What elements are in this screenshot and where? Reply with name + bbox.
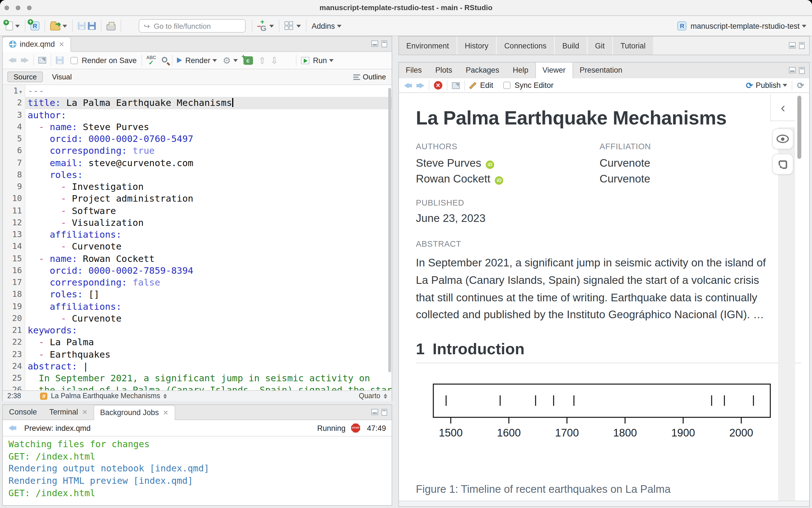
- stop-job-icon[interactable]: STOP: [351, 424, 360, 432]
- tab-index-qmd[interactable]: index.qmd✕: [2, 37, 71, 52]
- tab-tutorial[interactable]: Tutorial: [613, 37, 653, 55]
- save-all-icon: [88, 22, 96, 30]
- tab-git[interactable]: Git: [588, 37, 612, 55]
- editor-tab-strip: index.qmd✕: [3, 37, 392, 52]
- tab-presentation[interactable]: Presentation: [573, 62, 629, 78]
- code-line: email: steve@curvenote.com: [28, 157, 392, 169]
- addins-button[interactable]: Addins: [311, 18, 343, 33]
- minimize-console-icon[interactable]: [371, 409, 378, 415]
- line-number: 21: [3, 325, 25, 337]
- breadcrumb[interactable]: La Palma Earthquake Mechanisms: [51, 392, 160, 400]
- tab-history[interactable]: History: [457, 37, 496, 55]
- tab-help[interactable]: Help: [506, 62, 535, 78]
- spellcheck-icon[interactable]: ABC✓: [146, 56, 156, 65]
- viewer-forward-icon[interactable]: [416, 83, 424, 88]
- tab-environment[interactable]: Environment: [399, 37, 456, 55]
- tab-files[interactable]: Files: [399, 62, 429, 78]
- close-jobs-icon[interactable]: ✕: [163, 405, 168, 420]
- open-file-button[interactable]: ➔: [49, 18, 68, 33]
- save-icon: [78, 22, 86, 30]
- gear-icon[interactable]: ⚙: [222, 55, 231, 66]
- goto-file-input[interactable]: ↪Go to file/function: [138, 19, 246, 33]
- job-back-icon[interactable]: [8, 425, 16, 431]
- forward-icon[interactable]: [21, 57, 29, 63]
- maximize-console-icon[interactable]: [381, 409, 387, 416]
- line-number: 4: [3, 121, 25, 133]
- margin-sidebar: [778, 127, 795, 501]
- source-mode-button[interactable]: Source: [7, 72, 43, 82]
- code-editor[interactable]: 1▼23456789101112131415161718192021222324…: [3, 85, 392, 390]
- toc-collapse-button[interactable]: ‹: [770, 94, 795, 121]
- tab-connections[interactable]: Connections: [497, 37, 554, 55]
- code-line: - Investigation: [28, 181, 392, 193]
- section-selector-icon: [163, 393, 167, 398]
- goto-icon: ↪: [144, 22, 150, 30]
- insert-chunk-icon[interactable]: c: [243, 56, 253, 65]
- restore-env-icon[interactable]: [789, 42, 796, 48]
- back-icon[interactable]: [8, 57, 16, 63]
- author-name: Steve Purves: [416, 157, 481, 169]
- job-elapsed: 47:49: [367, 424, 386, 432]
- edit-button[interactable]: Edit: [480, 81, 493, 90]
- project-menu-button[interactable]: Rmanuscript-template-rstudio-test: [677, 18, 808, 33]
- minimize-viewer-icon[interactable]: [789, 67, 796, 73]
- visual-mode-button[interactable]: Visual: [46, 72, 77, 82]
- next-chunk-icon[interactable]: ⇩: [271, 55, 278, 66]
- print-button[interactable]: [106, 18, 117, 33]
- viewer-stop-icon[interactable]: ✕: [434, 81, 442, 90]
- tab-build[interactable]: Build: [555, 37, 586, 55]
- close-tab-icon[interactable]: ✕: [59, 37, 65, 51]
- tab-terminal[interactable]: Terminal✕: [43, 405, 94, 420]
- language-mode-selector[interactable]: Quarto: [359, 392, 387, 400]
- save-file-icon[interactable]: [56, 56, 64, 64]
- workspace-panes-button[interactable]: [283, 18, 302, 33]
- author-affiliation: Curvenote: [600, 172, 650, 185]
- save-all-button[interactable]: [87, 18, 97, 33]
- orcid-icon[interactable]: iD: [495, 176, 503, 185]
- run-button[interactable]: Run: [313, 56, 327, 65]
- job-log[interactable]: Watching files for changesGET: /index.ht…: [3, 436, 392, 499]
- maximize-pane-icon[interactable]: [381, 41, 387, 47]
- line-number: 24: [3, 361, 25, 373]
- viewer-back-icon[interactable]: [404, 83, 412, 88]
- line-number: 16: [3, 265, 25, 277]
- tab-background-jobs[interactable]: Background Jobs✕: [93, 405, 175, 420]
- sync-editor-checkbox[interactable]: [503, 82, 511, 89]
- log-line: GET: /index.html: [8, 487, 392, 499]
- viewer-scrollbar[interactable]: [797, 96, 801, 159]
- popout-editor-icon[interactable]: [38, 57, 46, 64]
- minimize-pane-icon[interactable]: [371, 41, 378, 47]
- line-number: 11: [3, 205, 25, 217]
- job-toolbar: Preview: index.qmd Running STOP 47:49: [3, 420, 392, 436]
- line-number: 14: [3, 241, 25, 253]
- code-line: orcid: 0000-0002-7859-8394: [28, 265, 392, 277]
- render-button[interactable]: Render: [186, 56, 210, 65]
- tab-viewer[interactable]: Viewer: [535, 62, 573, 78]
- tab-plots[interactable]: Plots: [429, 62, 459, 78]
- tab-packages[interactable]: Packages: [459, 62, 506, 78]
- code-line: the island of La Palma (Canary Islands, …: [28, 384, 392, 390]
- viewer-popout-icon[interactable]: [452, 82, 460, 89]
- author-row: Steve PurvesiDCurvenote: [416, 157, 795, 170]
- editor-scrollbar[interactable]: [388, 88, 391, 372]
- orcid-icon[interactable]: iD: [486, 161, 494, 169]
- reader-view-button[interactable]: [772, 128, 794, 149]
- new-file-button[interactable]: +: [4, 18, 21, 33]
- maximize-viewer-icon[interactable]: [799, 67, 805, 74]
- new-project-button[interactable]: R+: [29, 18, 41, 33]
- previous-chunk-icon[interactable]: ⇧: [258, 55, 266, 66]
- version-control-button[interactable]: +−G: [256, 18, 275, 33]
- publish-button[interactable]: Publish: [756, 81, 781, 90]
- window-title: manuscript-template-rstudio-test - main …: [0, 0, 812, 16]
- close-terminal-icon[interactable]: ✕: [82, 405, 88, 420]
- code-line: - Software: [28, 205, 392, 217]
- refresh-icon[interactable]: ⟳: [797, 80, 804, 90]
- outline-button[interactable]: Outline: [353, 73, 386, 81]
- find-replace-icon[interactable]: [162, 57, 167, 62]
- source-editor-pane: index.qmd✕ Render on Save ABC✓ Render ⚙: [2, 36, 392, 401]
- render-on-save-checkbox[interactable]: [71, 56, 78, 64]
- maximize-env-icon[interactable]: [799, 42, 805, 49]
- tab-console[interactable]: Console: [3, 405, 43, 420]
- save-button[interactable]: [77, 18, 87, 33]
- annotation-button[interactable]: [772, 154, 794, 175]
